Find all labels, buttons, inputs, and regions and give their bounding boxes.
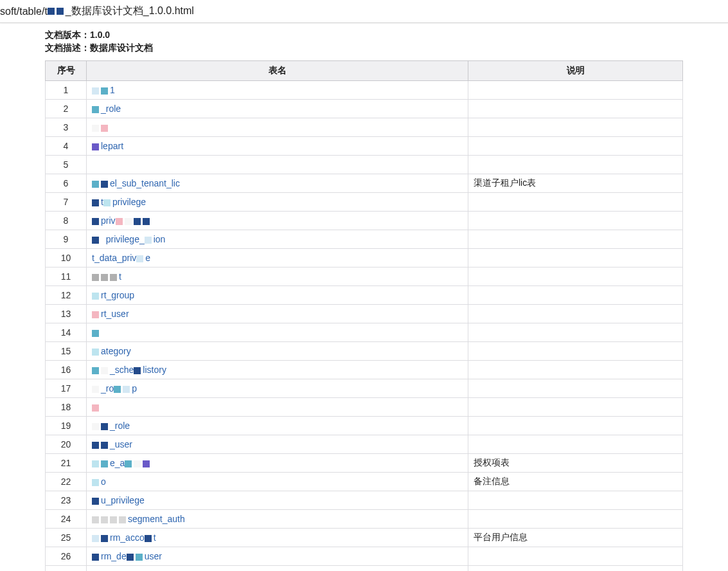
row-tablename-cell: rm_deuser [87, 547, 468, 566]
pixelated-fragment [92, 460, 110, 467]
row-description [468, 417, 683, 435]
row-index: 23 [46, 491, 87, 510]
table-link[interactable]: _rop [92, 383, 137, 394]
row-index: 6 [46, 174, 87, 193]
row-index: 11 [46, 267, 87, 286]
pixelated-fragment [127, 554, 145, 561]
col-desc-header: 说明 [468, 61, 683, 81]
table-link[interactable]: t_data_prive [92, 253, 150, 263]
table-link-text: _sche [110, 365, 134, 375]
table-link[interactable] [92, 402, 101, 412]
table-row: 17_rop [46, 379, 683, 398]
table-link[interactable]: e_a [92, 458, 152, 468]
col-idx-header: 序号 [46, 61, 87, 81]
table-row: 26rm_deuser [46, 547, 683, 566]
table-link-text: e [145, 253, 150, 263]
pixelated-fragment [92, 237, 101, 244]
table-row: 19_role [46, 417, 683, 435]
table-link[interactable]: u_privilege [92, 495, 145, 505]
table-row: 4lepart [46, 137, 683, 156]
row-index: 14 [46, 323, 87, 342]
row-description [468, 379, 683, 398]
row-tablename-cell: u_privilege [87, 491, 468, 510]
row-tablename-cell [87, 118, 468, 137]
pixelated-fragment [92, 311, 101, 318]
row-description [468, 137, 683, 156]
table-link[interactable]: _schelistory [92, 365, 166, 375]
row-index: 24 [46, 510, 87, 529]
table-link-text: listory [143, 365, 166, 375]
table-link[interactable]: _role [92, 421, 130, 431]
addressbar[interactable]: soft/table/t _数据库设计文档_1.0.0.html [0, 0, 728, 23]
row-description [468, 323, 683, 342]
table-row: 9 privilege_ion [46, 230, 683, 249]
table-row: 23u_privilege [46, 491, 683, 510]
table-link[interactable]: segment_auth [92, 514, 185, 524]
table-row: 20_user [46, 435, 683, 454]
table-link[interactable]: tprivilege [92, 197, 146, 207]
row-tablename-cell: segment_auth [87, 510, 468, 529]
pixelated-fragment [134, 367, 143, 374]
pixelated-fragment [103, 199, 112, 206]
table-link[interactable]: priv [92, 215, 152, 226]
pixelated-fragment [92, 479, 101, 486]
row-tablename-cell: _role [87, 417, 468, 435]
doc-desc-line: 文档描述：数据库设计文档 [45, 41, 683, 54]
table-link-text: _role [110, 421, 130, 431]
table-row: 10t_data_prive [46, 249, 683, 267]
table-link[interactable]: 1 [92, 85, 115, 95]
row-description [468, 267, 683, 286]
table-link-text: _role [101, 104, 121, 114]
table-link[interactable]: lepart [92, 141, 123, 151]
table-link[interactable]: rm_deuser [92, 551, 162, 561]
table-row: 2_role [46, 100, 683, 118]
table-link-text: e_a [110, 458, 125, 468]
pixelated-fragment [92, 442, 110, 449]
table-link-text: u_privilege [101, 495, 145, 505]
row-index: 21 [46, 454, 87, 473]
url-suffix: _数据库设计文档_1.0.0.html [66, 5, 194, 18]
table-link[interactable]: _role [92, 104, 121, 114]
row-description [468, 249, 683, 267]
table-link[interactable] [92, 327, 101, 338]
row-tablename-cell: 1 [87, 81, 468, 100]
table-link[interactable]: ategory [92, 346, 131, 356]
table-link-text: _user [110, 439, 132, 449]
row-index: 9 [46, 230, 87, 249]
table-link[interactable]: rt_group [92, 290, 134, 300]
table-link[interactable]: t [92, 271, 121, 282]
pixelated-fragment [92, 106, 101, 113]
table-link[interactable]: rt_user [92, 309, 129, 319]
table-row: 21e_a授权项表 [46, 454, 683, 473]
row-tablename-cell: e_a [87, 454, 468, 473]
doc-version-label: 文档版本： [45, 30, 90, 40]
row-tablename-cell: lepart [87, 137, 468, 156]
table-row: 15ategory [46, 342, 683, 361]
table-link[interactable]: _user [92, 439, 132, 449]
row-tablename-cell [87, 156, 468, 174]
table-row: 8priv [46, 212, 683, 230]
table-link[interactable]: o [92, 476, 106, 487]
pixelated-fragment [92, 349, 101, 356]
row-description [468, 156, 683, 174]
table-link[interactable]: privilege_ion [92, 234, 165, 244]
table-row: 27 [46, 566, 683, 572]
row-description [468, 342, 683, 361]
row-index: 10 [46, 249, 87, 267]
table-link[interactable]: el_sub_tenant_lic [92, 178, 180, 188]
row-tablename-cell: t [87, 267, 468, 286]
table-row: 18 [46, 398, 683, 417]
row-index: 13 [46, 305, 87, 323]
table-link-text: t [154, 532, 156, 543]
pixelated-fragment [92, 516, 128, 523]
row-tablename-cell: tprivilege [87, 193, 468, 212]
table-link[interactable] [92, 122, 110, 132]
row-tablename-cell: o [87, 473, 468, 491]
pixelated-fragment [92, 199, 101, 206]
table-link[interactable]: rm_accot [92, 532, 156, 543]
pixelated-fragment [92, 554, 101, 561]
row-tablename-cell: ategory [87, 342, 468, 361]
row-index: 7 [46, 193, 87, 212]
row-description [468, 361, 683, 379]
table-link-text: rm_de [101, 551, 127, 561]
